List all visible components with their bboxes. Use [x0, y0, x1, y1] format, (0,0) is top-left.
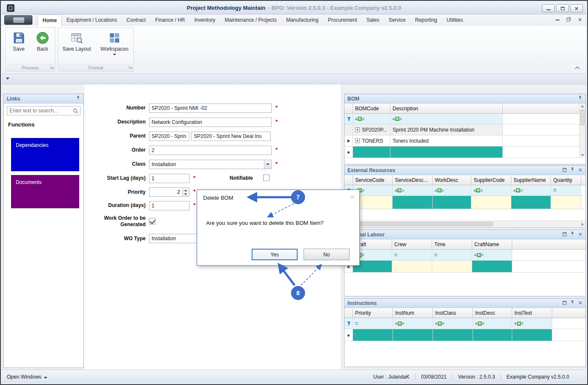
column-header[interactable]: Quantity [551, 175, 581, 185]
maximize-button[interactable] [556, 4, 569, 12]
bom-code-cell[interactable]: SP2020P... [362, 127, 387, 133]
new-row[interactable]: * [344, 196, 585, 209]
column-header-bomcode[interactable]: BOMCode [353, 103, 390, 114]
new-cell-workdesc[interactable] [433, 196, 472, 209]
description-field[interactable] [149, 118, 272, 127]
filter-cell[interactable]: aBc [511, 185, 551, 196]
tab-reporting[interactable]: Reporting [410, 14, 442, 26]
maximize-panel-icon[interactable] [562, 167, 567, 173]
tab-manufacturing[interactable]: Manufacturing [281, 14, 323, 26]
scroll-up-icon[interactable] [579, 103, 585, 109]
column-header[interactable]: InstDesc [473, 308, 512, 318]
search-input[interactable] [7, 106, 80, 115]
maximize-panel-icon[interactable] [562, 232, 567, 238]
table-row[interactable]: TONERS Toners Included [344, 135, 585, 147]
notifiable-checkbox[interactable] [263, 175, 270, 181]
column-header[interactable]: Time [432, 239, 472, 250]
ribbon-minimize-icon[interactable] [556, 20, 559, 20]
filter-cell[interactable]: aBc [393, 318, 433, 329]
filter-cell[interactable]: aBc [393, 185, 432, 196]
pin-icon[interactable] [76, 95, 80, 102]
pin-icon[interactable] [570, 300, 575, 306]
duration-field[interactable] [149, 201, 189, 210]
column-header[interactable]: ServiceCode [353, 175, 393, 185]
tab-utilities[interactable]: Utilities [442, 14, 468, 26]
tab-procurement[interactable]: Procurement [323, 14, 362, 26]
new-row[interactable]: * [344, 329, 585, 341]
filter-cell[interactable]: = [551, 185, 581, 196]
bom-description-cell[interactable]: Sprint 2020 PM Machine Installation [390, 124, 503, 135]
tab-home[interactable]: Home [37, 14, 62, 26]
column-header-description[interactable]: Description [390, 103, 503, 114]
close-panel-icon[interactable] [578, 300, 582, 306]
filter-cell[interactable]: aBc [471, 185, 511, 196]
dependancies-button[interactable]: Dependancies [11, 138, 79, 171]
new-cell-suppliercode[interactable] [471, 196, 511, 209]
documents-button[interactable]: Documents [11, 175, 79, 208]
new-cell-suppliername[interactable] [511, 196, 551, 209]
tab-sales[interactable]: Sales [362, 14, 384, 26]
new-cell-crew[interactable] [392, 261, 432, 273]
order-field[interactable] [149, 146, 272, 155]
close-button[interactable] [570, 4, 583, 12]
filter-cell[interactable]: = [353, 318, 393, 329]
filter-cell[interactable]: = [392, 250, 432, 261]
table-row[interactable]: SP2020P... Sprint 2020 PM Machine Instal… [344, 124, 585, 135]
new-cell-priority[interactable] [353, 329, 393, 341]
expand-icon[interactable] [355, 138, 360, 143]
scrollbar-thumb[interactable] [580, 110, 585, 125]
tab-equipment-locations[interactable]: Equipment / Locations [62, 14, 122, 26]
open-windows-button[interactable]: Open Windows [7, 374, 47, 380]
vertical-scrollbar[interactable] [579, 103, 585, 158]
minimize-button[interactable] [542, 4, 555, 12]
column-header[interactable]: WorkDesc [433, 175, 472, 185]
new-cell-insttext[interactable] [512, 329, 552, 341]
new-cell-time[interactable] [432, 261, 472, 273]
ribbon-collapse-icon[interactable] [574, 65, 580, 71]
tab-inventory[interactable]: Inventory [189, 14, 220, 26]
scroll-down-icon[interactable] [579, 152, 585, 158]
bom-code-cell[interactable]: TONERS [362, 138, 383, 144]
new-cell-quantity[interactable] [551, 196, 581, 209]
column-header[interactable]: Crew [392, 239, 432, 250]
class-dropdown[interactable]: Installation [149, 160, 272, 169]
new-cell-instdesc[interactable] [473, 329, 512, 341]
spin-up-icon[interactable] [183, 188, 189, 192]
priority-field[interactable] [149, 187, 189, 197]
column-header[interactable]: CraftName [472, 239, 512, 250]
save-button[interactable]: Save [6, 30, 31, 52]
column-header[interactable]: SupplierName [511, 175, 551, 185]
process-dialog-launcher-icon[interactable] [50, 64, 54, 70]
column-header[interactable]: SupplierCode [471, 175, 511, 185]
new-row[interactable]: * [344, 261, 585, 273]
dialog-close-icon[interactable] [350, 195, 355, 201]
priority-spinner[interactable] [182, 188, 189, 196]
ribbon-close-icon[interactable] [578, 17, 582, 23]
tab-maintenance-projects[interactable]: Maintenance / Projects [220, 14, 281, 26]
filter-cell[interactable]: aBc [433, 318, 473, 329]
new-row[interactable]: * [344, 147, 585, 158]
parent-code-field[interactable] [149, 132, 189, 141]
new-cell-description[interactable] [390, 147, 503, 158]
back-button[interactable]: Back [30, 30, 55, 52]
pin-icon[interactable] [578, 95, 582, 102]
maximize-panel-icon[interactable] [562, 300, 567, 306]
new-cell-bomcode[interactable] [353, 147, 390, 158]
expand-icon[interactable] [355, 127, 360, 132]
bom-description-cell[interactable]: Toners Included [390, 135, 503, 147]
tab-contract[interactable]: Contract [122, 14, 150, 26]
format-dialog-launcher-icon[interactable] [129, 64, 132, 70]
panel-collapse-icon[interactable] [6, 78, 10, 80]
start-lag-field[interactable] [149, 174, 189, 183]
workspaces-button[interactable]: Workspaces [98, 30, 131, 55]
priority-input[interactable] [149, 188, 182, 196]
ribbon-restore-icon[interactable] [566, 17, 571, 23]
no-button[interactable]: No [304, 249, 350, 260]
new-cell-craftname[interactable] [472, 261, 512, 273]
column-header[interactable]: InstNum [393, 308, 433, 318]
new-cell-instclass[interactable] [433, 329, 473, 341]
pin-icon[interactable] [570, 231, 575, 238]
filter-cell[interactable]: aBc [433, 185, 472, 196]
filter-cell-description[interactable]: aBc [390, 114, 503, 124]
close-panel-icon[interactable] [578, 167, 582, 173]
